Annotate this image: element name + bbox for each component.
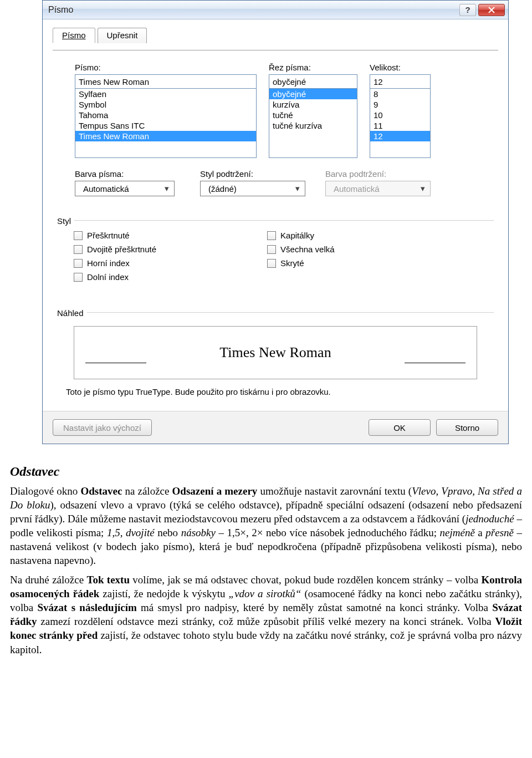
underline-style-dropdown[interactable]: (žádné) ▾ (200, 181, 305, 196)
underline-color-label: Barva podtržení: (325, 169, 436, 179)
dropdown-value: Automatická (334, 184, 380, 194)
checkbox-row[interactable]: Kapitálky (267, 228, 335, 242)
style-input[interactable] (269, 74, 357, 89)
checkbox-icon (74, 259, 83, 268)
effects-group: Styl Přeškrtnuté Dvojitě přeškrtnuté Hor… (57, 211, 494, 288)
ok-button[interactable]: OK (369, 419, 431, 436)
list-item[interactable]: 9 (370, 99, 430, 110)
chevron-down-icon: ▾ (418, 184, 428, 194)
checkbox-label: Horní index (87, 258, 130, 268)
checkbox-label: Kapitálky (280, 231, 314, 240)
chevron-down-icon: ▾ (162, 184, 172, 194)
checkbox-icon (74, 231, 83, 240)
doc-paragraph: Na druhé záložce Tok textu volíme, jak s… (10, 573, 522, 656)
close-button[interactable] (478, 4, 505, 16)
list-item[interactable]: Times New Roman (75, 131, 256, 141)
list-item[interactable]: Tahoma (75, 110, 256, 120)
size-input[interactable] (370, 74, 431, 89)
preview-text: Times New Roman (219, 344, 331, 361)
font-input[interactable] (75, 74, 257, 89)
checkbox-label: Dvojitě přeškrtnuté (87, 245, 156, 254)
checkbox-row[interactable]: Dolní index (74, 270, 156, 284)
list-item[interactable]: 8 (370, 89, 430, 99)
style-listbox[interactable]: obyčejné kurzíva tučné tučné kurzíva (269, 88, 357, 158)
list-item[interactable]: kurzíva (269, 99, 357, 110)
doc-heading: Odstavec (10, 463, 522, 481)
set-default-button[interactable]: Nastavit jako výchozí (53, 419, 152, 436)
list-item[interactable]: obyčejné (269, 89, 357, 99)
chevron-down-icon: ▾ (293, 184, 303, 194)
dropdown-value: Automatická (83, 184, 129, 194)
group-title: Náhled (57, 308, 87, 318)
dropdown-value: (žádné) (208, 184, 237, 194)
checkbox-row[interactable]: Horní index (74, 256, 156, 270)
list-item[interactable]: tučné kurzíva (269, 120, 357, 131)
checkbox-icon (267, 245, 276, 254)
tab-advanced[interactable]: Upřesnit (98, 28, 147, 43)
checkbox-label: Dolní index (87, 272, 129, 282)
checkbox-icon (74, 273, 83, 282)
font-dialog: Písmo ? Písmo Upřesnit Písmo: Sylfaen Sy… (42, 0, 509, 444)
font-label: Písmo: (75, 63, 257, 72)
list-item[interactable]: Tempus Sans ITC (75, 120, 256, 131)
checkbox-label: Všechna velká (280, 245, 335, 254)
preview-box: Times New Roman (74, 326, 477, 379)
underline-style-label: Styl podtržení: (200, 169, 311, 179)
preview-hint: Toto je písmo typu TrueType. Bude použit… (66, 387, 488, 396)
list-item[interactable]: Symbol (75, 99, 256, 110)
checkbox-row[interactable]: Skryté (267, 256, 335, 270)
font-color-dropdown[interactable]: Automatická ▾ (75, 181, 175, 196)
underline-color-dropdown: Automatická ▾ (325, 181, 431, 196)
help-button[interactable]: ? (459, 4, 476, 16)
doc-paragraph: Dialogové okno Odstavec na záložce Odsaz… (10, 484, 522, 567)
window-title: Písmo (48, 5, 459, 15)
color-label: Barva písma: (75, 169, 186, 179)
dialog-footer: Nastavit jako výchozí OK Storno (43, 411, 508, 444)
checkbox-icon (267, 231, 276, 240)
titlebar: Písmo ? (43, 1, 508, 19)
size-label: Velikost: (370, 63, 431, 72)
checkbox-icon (267, 259, 276, 268)
style-label: Řez písma: (269, 63, 357, 72)
list-item[interactable]: Sylfaen (75, 89, 256, 99)
list-item[interactable]: tučné (269, 110, 357, 120)
list-item[interactable]: 10 (370, 110, 430, 120)
tab-underline (53, 50, 498, 50)
preview-group: Náhled Times New Roman Toto je písmo typ… (57, 303, 494, 401)
list-item[interactable]: 11 (370, 120, 430, 131)
checkbox-row[interactable]: Dvojitě přeškrtnuté (74, 242, 156, 256)
checkbox-row[interactable]: Všechna velká (267, 242, 335, 256)
group-title: Styl (57, 216, 74, 226)
list-item[interactable]: 12 (370, 131, 430, 141)
checkbox-label: Přeškrtnuté (87, 231, 130, 240)
tab-font[interactable]: Písmo (53, 28, 95, 43)
font-listbox[interactable]: Sylfaen Symbol Tahoma Tempus Sans ITC Ti… (75, 88, 257, 158)
close-icon (488, 7, 495, 13)
size-listbox[interactable]: 8 9 10 11 12 (370, 88, 431, 158)
tab-strip: Písmo Upřesnit (53, 27, 498, 43)
checkbox-row[interactable]: Přeškrtnuté (74, 228, 156, 242)
checkbox-icon (74, 245, 83, 254)
cancel-button[interactable]: Storno (436, 419, 498, 436)
dialog-body: Písmo Upřesnit Písmo: Sylfaen Symbol Tah… (43, 19, 508, 411)
document-text: Odstavec Dialogové okno Odstavec na zálo… (0, 457, 532, 673)
checkbox-label: Skryté (280, 258, 304, 268)
